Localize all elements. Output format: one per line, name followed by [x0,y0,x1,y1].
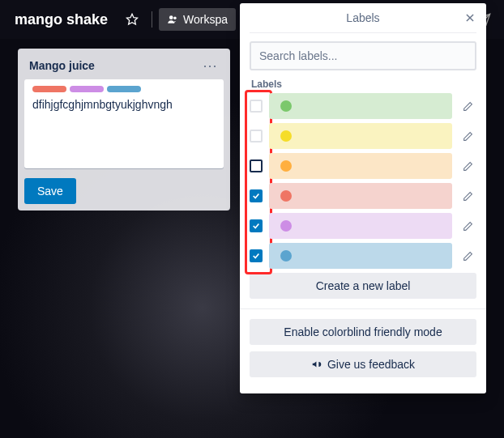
label-pill[interactable] [269,243,452,269]
label-pill[interactable] [269,153,452,179]
label-checkbox[interactable] [250,249,263,262]
card-composer[interactable]: dfihjgfcghjmnbgtyukjghvngh [24,79,224,168]
popover-header: Labels [250,3,476,33]
label-row [250,93,476,119]
people-icon [167,14,178,25]
labels-list [250,93,476,269]
label-color-dot [280,190,292,202]
edit-label-button[interactable] [459,101,476,112]
label-row [250,213,476,239]
labels-popover: Labels Labels Create a new label Enable … [240,3,486,393]
popover-body: Labels [240,33,486,269]
svg-point-1 [169,15,173,19]
label-color-dot [280,100,292,112]
label-row [250,243,476,269]
label-checkbox[interactable] [250,189,263,202]
save-row: Save [24,178,224,204]
create-label-button[interactable]: Create a new label [250,273,476,299]
label-row [250,123,476,149]
label-pill[interactable] [269,183,452,209]
search-input[interactable] [250,41,476,70]
header-divider [152,11,152,28]
edit-label-button[interactable] [459,161,476,172]
feedback-label: Give us feedback [327,358,415,371]
edit-label-button[interactable] [459,191,476,202]
list-column: Mango juice ⋯ dfihjgfcghjmnbgtyukjghvngh… [18,49,230,210]
edit-label-button[interactable] [459,131,476,142]
workspace-label: Workspa [183,13,228,26]
edit-label-button[interactable] [459,221,476,232]
label-row [250,153,476,179]
star-icon [126,13,139,26]
label-color-dot [280,160,292,172]
label-color-dot [280,130,292,142]
star-button[interactable] [119,6,145,32]
list-header: Mango juice ⋯ [24,55,224,79]
pencil-icon [463,191,473,202]
pencil-icon [463,101,473,112]
board-name[interactable]: mango shake [6,8,116,32]
label-color-dot [280,250,292,262]
svg-point-2 [173,17,177,20]
megaphone-icon [311,359,322,370]
check-icon [252,252,260,260]
label-checkbox[interactable] [250,159,263,172]
svg-marker-0 [126,14,137,24]
label-checkbox[interactable] [250,130,263,142]
feedback-button[interactable]: Give us feedback [250,351,476,377]
label-pill[interactable] [269,93,452,119]
labels-section-label: Labels [251,79,476,90]
popover-separator [240,308,486,309]
pencil-icon [463,251,473,262]
label-color-dot [280,220,292,232]
card-text[interactable]: dfihjgfcghjmnbgtyukjghvngh [32,97,216,112]
pencil-icon [463,131,473,142]
label-row [250,183,476,209]
workspace-button[interactable]: Workspa [159,8,236,31]
label-checkbox[interactable] [250,100,263,113]
popover-title: Labels [346,11,379,24]
card-label-pill[interactable] [70,86,104,92]
check-icon [252,222,260,230]
pencil-icon [463,161,473,172]
label-checkbox[interactable] [250,219,263,232]
label-pill[interactable] [269,213,452,239]
check-icon [252,192,260,200]
pencil-icon [463,221,473,232]
colorblind-mode-button[interactable]: Enable colorblind friendly mode [250,319,476,345]
save-button[interactable]: Save [24,178,76,204]
label-pill[interactable] [269,123,452,149]
list-menu-button[interactable]: ⋯ [199,57,220,74]
card-labels [32,86,216,92]
list-title[interactable]: Mango juice [29,59,95,72]
card-label-pill[interactable] [32,86,66,92]
close-button[interactable] [460,8,480,28]
close-icon [464,12,476,23]
edit-label-button[interactable] [459,251,476,262]
card-label-pill[interactable] [107,86,141,92]
